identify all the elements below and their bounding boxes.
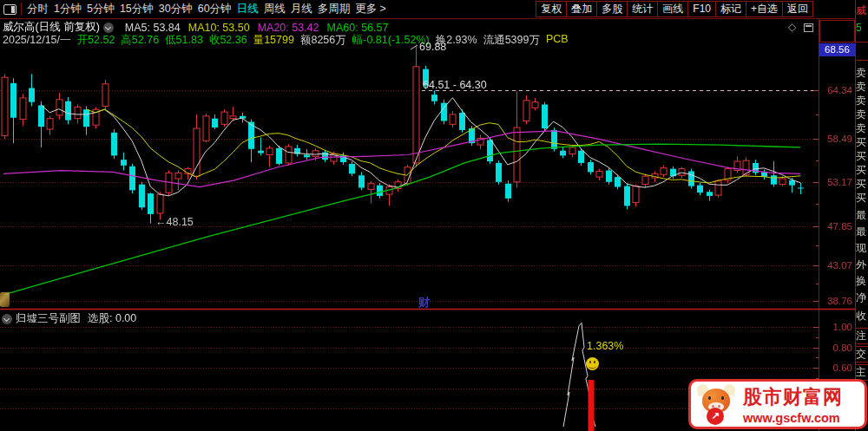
cai-watermark: 财 [418, 295, 430, 310]
window-icon[interactable] [804, 23, 813, 32]
trading-app-window: 分时1分钟5分钟15分钟30分钟60分钟日线周线月线多周期更多 > 复权叠加多股… [0, 0, 868, 431]
quote-panel-char: 卖 [856, 121, 868, 136]
period-tab-10[interactable]: 更多 > [355, 2, 386, 16]
toolbar-button-5[interactable]: F10 [687, 1, 716, 17]
ohlc-segment: 流通5399万 [483, 33, 540, 48]
toolbar-button-1[interactable]: 叠加 [566, 1, 597, 17]
quote-panel-char: 买 [856, 149, 868, 164]
watermark-title: 股市财富网 [743, 384, 843, 410]
site-watermark: ↗ 股市财富网 www.gscfw.com [688, 379, 867, 429]
diamond-icon[interactable]: ◇ [788, 21, 796, 33]
quote-panel-char: 卖 [856, 66, 868, 81]
ohlc-segment: 开52.52 [77, 33, 115, 48]
quote-panel-tab[interactable] [855, 42, 868, 61]
layout-icon[interactable] [3, 4, 16, 15]
quote-panel-char: 买 [856, 135, 868, 150]
ma-value: MA5: 53.84 [125, 22, 181, 34]
toolbar-button-3[interactable]: 统计 [627, 1, 658, 17]
sub-chart-title[interactable]: 归墟三号副图 [16, 311, 81, 326]
sub-chart-select-value: 选股: 0.00 [88, 311, 136, 326]
arrow-up-icon: ↗ [707, 408, 724, 425]
toolbar-right-buttons: 复权叠加多股统计画线F10标记+自选返回 [536, 1, 813, 17]
quote-panel-char: 卖 [856, 80, 868, 95]
chevron-down-icon[interactable] [103, 23, 114, 33]
ma-values-container: MA5: 53.84MA10: 53.50MA20: 53.42MA60: 56… [117, 22, 389, 34]
ohlc-segment: 量15799 [253, 33, 294, 48]
toolbar-divider [21, 3, 22, 16]
bull-logo-icon: ↗ [695, 383, 737, 425]
ohlc-segment: 幅-0.81(-1.52%) [352, 33, 430, 48]
axis-corner-box [819, 20, 855, 42]
quote-panel-char: 买 [856, 163, 868, 178]
sub-axis-label: 0.60 [819, 362, 852, 373]
price-axis-label: 64.34 [819, 85, 852, 95]
toolbar-button-8[interactable]: 返回 [782, 1, 813, 17]
ohlc-segment: PCB [546, 33, 569, 48]
period-tab-0[interactable]: 分时 [27, 2, 49, 16]
ohlc-segment: 额8256万 [300, 33, 346, 48]
high-annotation: 69.88 [419, 41, 446, 53]
sub-axis-label: 0.80 [819, 343, 852, 353]
watermark-url[interactable]: www.gscfw.com [743, 411, 843, 425]
period-tab-1[interactable]: 1分钟 [54, 2, 82, 16]
ma-value: MA60: 56.57 [327, 22, 389, 34]
ma-value: MA20: 53.42 [258, 22, 319, 34]
quote-panel-char: 外 [856, 258, 868, 272]
ohlc-line: 2025/12/15/一开52.52高52.76低51.83收52.36量157… [3, 33, 569, 48]
current-price-badge: 68.56 [819, 43, 855, 56]
period-tab-5[interactable]: 60分钟 [198, 2, 232, 16]
toolbar-button-0[interactable]: 复权 [536, 1, 567, 17]
quote-panel-char: 卖 [856, 94, 868, 108]
price-axis-label: 53.17 [819, 177, 852, 187]
quote-panel-char: 最 [856, 208, 868, 223]
gap-annotation: 64.51 - 64.30 [423, 79, 487, 91]
period-nav: 分时1分钟5分钟15分钟30分钟60分钟日线周线月线多周期更多 > [27, 2, 386, 16]
period-tab-4[interactable]: 30分钟 [159, 2, 193, 16]
quote-panel-tab[interactable]: 交 [855, 346, 868, 362]
ohlc-segment: 高52.76 [121, 33, 159, 48]
toolbar-button-6[interactable]: 标记 [715, 1, 746, 17]
ohlc-segment: 2025/12/15/一 [3, 33, 71, 48]
price-axis-label: 58.49 [819, 134, 852, 144]
low-annotation: ←48.15 [155, 216, 194, 228]
period-tab-9[interactable]: 多周期 [318, 2, 351, 16]
period-tab-7[interactable]: 周线 [264, 2, 286, 16]
quote-panel-char: 买 [856, 177, 868, 192]
quote-panel-char: 5 [856, 22, 868, 34]
quote-panel-char: 净 [856, 291, 868, 305]
toolbar-button-2[interactable]: 多股 [596, 1, 628, 17]
price-axis-label: 43.07 [819, 260, 852, 271]
period-tab-8[interactable]: 月线 [291, 2, 312, 16]
seal-stamp [0, 292, 10, 307]
price-axis-label: 38.76 [819, 296, 852, 306]
quote-panel-char: 现 [856, 241, 868, 256]
quote-panel-char: 收 [856, 309, 868, 323]
ohlc-segment: 低51.83 [165, 33, 203, 48]
toolbar-button-7[interactable]: +自选 [746, 1, 783, 17]
period-tab-2[interactable]: 5分钟 [87, 2, 115, 16]
quote-panel-char: 威 [856, 3, 868, 18]
quote-panel-char: 卖 [856, 108, 868, 122]
candlestick-chart-canvas[interactable] [0, 0, 868, 431]
price-axis-label: 47.85 [819, 221, 852, 232]
chevron-down-icon[interactable] [2, 314, 12, 324]
sub-chart-header: 归墟三号副图 选股: 0.00 [2, 311, 136, 326]
sub-axis-label: 1.00 [819, 322, 852, 332]
quote-panel-tab[interactable]: 注 [855, 328, 868, 344]
ohlc-segment: 收52.36 [209, 33, 247, 48]
quote-panel-char: 最 [856, 225, 868, 239]
toolbar-button-4[interactable]: 画线 [657, 1, 688, 17]
quote-panel-char: 换 [856, 274, 868, 289]
smiley-icon [586, 357, 599, 370]
quote-panel-char: 买 [856, 191, 868, 206]
signal-percent-label: 1.363% [587, 340, 623, 352]
ma-value: MA10: 53.50 [188, 22, 250, 34]
period-tab-3[interactable]: 15分钟 [120, 2, 154, 16]
period-tab-6[interactable]: 日线 [237, 2, 259, 16]
